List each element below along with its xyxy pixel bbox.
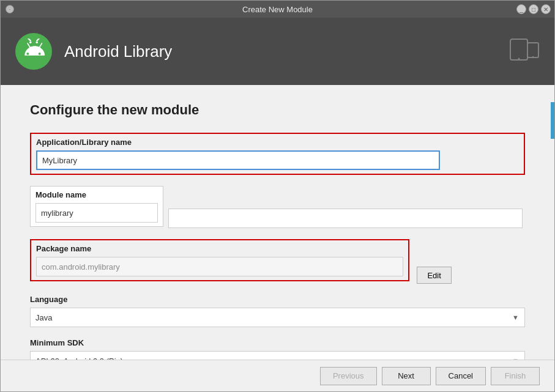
- minimum-sdk-group: Minimum SDK API 28: Android 9.0 (Pie) AP…: [30, 338, 525, 360]
- minimize-button[interactable]: _: [516, 4, 526, 14]
- title-bar-controls: _ □ ✕: [516, 4, 551, 14]
- svg-rect-4: [510, 39, 527, 60]
- minimum-sdk-select-wrapper: API 28: Android 9.0 (Pie) API 21: Androi…: [30, 351, 525, 360]
- svg-point-1: [36, 41, 39, 43]
- app-library-name-group: Application/Library name: [30, 133, 525, 175]
- title-bar-left-controls: ·: [6, 5, 14, 13]
- dialog-header: Android Library: [1, 18, 554, 85]
- module-name-group: Module name: [30, 186, 525, 228]
- android-logo: [15, 33, 52, 70]
- svg-point-6: [518, 57, 520, 59]
- package-name-group: Package name Edit: [30, 239, 525, 284]
- svg-line-2: [28, 39, 31, 41]
- language-label: Language: [30, 295, 525, 304]
- svg-rect-5: [527, 43, 538, 57]
- main-window: · Create New Module _ □ ✕ Android Librar…: [0, 0, 555, 392]
- maximize-button[interactable]: □: [529, 4, 538, 14]
- module-name-extra-input[interactable]: [168, 209, 523, 228]
- svg-point-7: [532, 56, 534, 57]
- circle-btn-1[interactable]: ·: [6, 5, 14, 13]
- section-title: Configure the new module: [30, 102, 525, 118]
- module-name-input[interactable]: [35, 203, 158, 223]
- close-button[interactable]: ✕: [541, 4, 551, 14]
- app-library-name-label: Application/Library name: [36, 138, 519, 147]
- footer: Previous Next Cancel Finish: [1, 360, 554, 391]
- language-select-wrapper: Java Kotlin: [30, 308, 525, 327]
- svg-point-0: [29, 41, 32, 43]
- next-button[interactable]: Next: [382, 367, 431, 385]
- module-name-label: Module name: [35, 190, 158, 199]
- cancel-button[interactable]: Cancel: [436, 367, 486, 385]
- package-name-input[interactable]: [36, 257, 403, 276]
- accent-bar: [551, 102, 554, 139]
- app-library-name-input[interactable]: [36, 150, 440, 170]
- finish-button[interactable]: Finish: [491, 367, 540, 385]
- minimum-sdk-label: Minimum SDK: [30, 338, 525, 347]
- minimum-sdk-select[interactable]: API 28: Android 9.0 (Pie) API 21: Androi…: [30, 351, 525, 360]
- device-icons: [509, 37, 540, 67]
- package-name-label: Package name: [36, 244, 403, 253]
- header-title: Android Library: [64, 42, 172, 61]
- content-area: Configure the new module Application/Lib…: [1, 85, 554, 360]
- svg-line-3: [37, 39, 39, 41]
- android-icon: [21, 39, 47, 64]
- edit-button[interactable]: Edit: [417, 267, 451, 284]
- previous-button[interactable]: Previous: [320, 367, 377, 385]
- tablet-icon: [509, 37, 540, 67]
- language-select[interactable]: Java Kotlin: [30, 308, 525, 327]
- package-name-outline: Package name: [30, 239, 409, 281]
- language-group: Language Java Kotlin: [30, 295, 525, 327]
- title-bar: · Create New Module _ □ ✕: [1, 1, 554, 18]
- app-library-name-outline: Application/Library name: [30, 133, 525, 175]
- window-title: Create New Module: [242, 5, 313, 14]
